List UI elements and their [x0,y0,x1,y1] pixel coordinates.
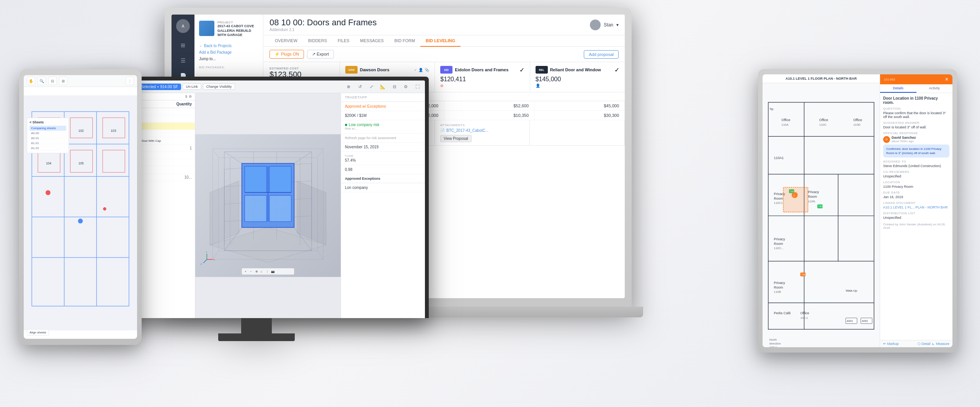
tablet-right-device: A10.1 LEVEL 1 FLOOR PLAN - NORTH BAR [758,69,957,353]
att-eidolon-buttons: View Proposal [440,135,524,142]
tab-messages[interactable]: MESSAGES [355,35,389,47]
align-sheets-button[interactable]: Align sheets [27,329,49,336]
cost-value: $200K / $1M [345,113,421,118]
user-avatar [590,20,601,30]
svg-text:−: − [250,270,252,273]
tab-files[interactable]: FILES [332,35,355,47]
sheet-item-a102[interactable]: A1.02 [29,146,66,151]
project-name: 2017-43 CABOT COVE GALLERIA REBUILD WITH… [217,24,258,38]
svg-text:110A1: 110A1 [774,156,784,160]
sheet-item-comparing[interactable]: Comparing sheets [29,126,66,131]
bim-tool-move[interactable]: ⊕ [344,82,353,91]
rfi-sidebar: 101-862 ✕ Details Activity Door Location… [880,74,952,347]
detail-btn[interactable]: ⬡ Detail [918,342,931,346]
approved-exceptions-header: Approved Exceptions [341,174,425,183]
bim-tool-measure[interactable]: 📐 [378,82,387,91]
tablet-floor-plan: < Sheets Comparing sheets A0.00 A0.01 A1… [24,87,137,339]
svg-text:Office: Office [781,118,790,122]
score-value: 0.98 [345,167,421,172]
bim-tool-scale[interactable]: ⤢ [367,82,376,91]
eidolon-flag: ⊘ [440,84,524,88]
att-eidolon-label: ATTACHMENTS [440,123,524,127]
markup-btn[interactable]: ✏ Markup [883,342,899,346]
bid-packages-label: BID PACKAGES: [199,66,258,69]
tablet-tool-filter[interactable]: ⊟ [48,77,57,85]
plugs-on-button[interactable]: ⚡ Plugs ON [270,50,304,59]
measure-btn[interactable]: ⊾ Measure [932,342,949,346]
eidolon-price: $120,411 [440,76,524,83]
svg-text:105: 105 [78,161,84,165]
svg-text:110N: 110N [808,200,815,203]
svg-text:Room: Room [774,197,783,200]
change-visibility-button[interactable]: Change Visibility [203,84,235,90]
selected-area: 914.00 SF [160,85,178,89]
svg-text:100.1: 100.1 [800,316,808,320]
un-link-button[interactable]: Un-Link [183,84,201,90]
price-row-1-reliant: $45,000 [534,101,625,110]
att-eidolon-file: 📄BTC_2017-43_CabotC... [440,128,524,133]
svg-rect-17 [245,166,266,192]
rfi-tab-activity[interactable]: Activity [916,84,953,93]
risk-dot [345,124,347,126]
sheets-panel: < Sheets Comparing sheets A0.00 A0.01 A1… [27,118,69,153]
rfi-content: Door Location in 1100 Privacy room. Ques… [880,93,952,340]
tab-bid-leveling[interactable]: BID LEVELING [420,35,461,47]
tablet-right-body: A10.1 LEVEL 1 FLOOR PLAN - NORTH BAR [758,69,957,353]
qp-settings[interactable]: ⚙ [189,95,192,98]
svg-text:104: 104 [46,161,51,165]
risk-sublabel: Risk sc... [345,127,421,130]
assigned-to-value: Steve Edmunds (United Construction) [883,164,949,168]
tab-bid-form[interactable]: BID FORM [389,35,420,47]
svg-text:Office: Office [819,118,828,122]
laptop-top-bar: 08 10 00: Doors and Frames Addendum 2.1 … [263,15,625,35]
tablet-tool-more[interactable]: ⋮ [126,77,134,85]
rfi-floor-header: A10.1 LEVEL 1 FLOOR PLAN - NORTH BAR [763,74,880,83]
svg-text:A001: A001 [862,320,868,322]
tablet-tool-grid[interactable]: ⊞ [59,77,67,85]
sheets-title[interactable]: < Sheets [29,120,66,124]
jump-to-link[interactable]: Jump to... [199,57,258,61]
add-bid-package-link[interactable]: Add a Bid Package [199,50,258,54]
nav-icon-grid[interactable]: ⊞ [177,39,189,51]
svg-text:North: North [769,338,777,341]
qp-dollar[interactable]: $ [185,95,187,98]
score-row: 0.98 [341,165,425,174]
svg-text:110C1: 110C1 [774,201,783,205]
distribution-value: Unspecified [883,216,949,220]
project-info: PROJECT 2017-43 CABOT COVE GALLERIA REBU… [199,21,258,38]
svg-text:Office: Office [853,118,862,122]
lon-company-value: Lon company [345,185,421,190]
sheet-item-a001[interactable]: A0.01 [29,136,66,141]
bim-tool-settings[interactable]: ⚙ [401,82,410,91]
back-to-projects-link[interactable]: ← Back to Projects [199,44,258,48]
bim-tool-section[interactable]: ⊟ [390,82,399,91]
dawson-logo: GR8 [345,66,358,74]
svg-text:Privacy: Privacy [808,190,819,194]
rfi-tab-details[interactable]: Details [880,84,916,93]
export-button[interactable]: ↗ Export [307,50,334,59]
question-value: Please confirm that the door is located … [883,111,949,119]
rfi-user-row: D David Sanchez about 599m ago [883,136,949,143]
sheet-item-a000[interactable]: A0.00 [29,131,66,136]
rfi-close-icon[interactable]: ✕ [945,77,949,82]
page-title: 08 10 00: Doors and Frames [270,18,377,28]
bim-tool-expand[interactable]: ⛶ [413,82,422,91]
tab-overview[interactable]: OVERVIEW [270,35,303,47]
nav-icon-list[interactable]: ☰ [177,54,189,67]
linked-doc-value[interactable]: A10.1 LEVEL 1 FL... PLAN - NORTH BAR [883,205,949,209]
tab-bidders[interactable]: BIDDERS [303,35,332,47]
svg-text:⋮: ⋮ [266,270,269,273]
bim-tool-rotate[interactable]: ↺ [355,82,364,91]
tablet-tool-zoom[interactable]: 🔍 [38,77,46,85]
tablet-left-toolbar: ✋ 🔍 ⊟ ⊞ ⋮ [24,75,137,87]
svg-text:⌂: ⌂ [260,270,262,273]
sheet-item-a101[interactable]: A1.01 [29,141,66,146]
location-label: Location [883,181,949,184]
price-row-2-eidolon: $10,350 [444,111,534,120]
tablet-tool-hand[interactable]: ✋ [27,77,35,85]
refresh-row: Refresh page for risk assessment [341,134,425,143]
view-proposal-eidolon[interactable]: View Proposal [440,135,472,142]
add-proposal-button[interactable]: Add proposal [584,50,619,59]
user-avatar-icon: D [883,136,890,143]
rfi-title: Door Location in 1100 Privacy room. [883,96,949,105]
